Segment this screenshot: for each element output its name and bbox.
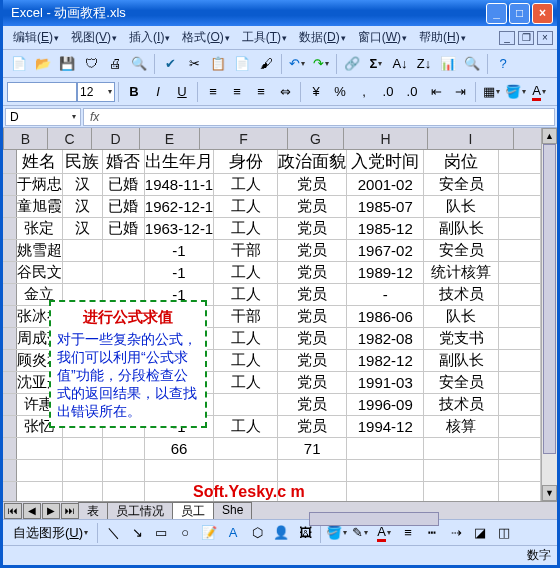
font-color-icon[interactable]: A▾: [528, 81, 550, 103]
redo-icon[interactable]: ↷▾: [310, 53, 332, 75]
cell[interactable]: 工人: [214, 416, 278, 438]
column-header[interactable]: I: [428, 128, 514, 149]
cell[interactable]: [498, 240, 540, 262]
paste-icon[interactable]: 📄: [231, 53, 253, 75]
close-button[interactable]: ×: [532, 3, 553, 24]
row-header[interactable]: [3, 394, 16, 416]
copy-icon[interactable]: 📋: [207, 53, 229, 75]
cell[interactable]: 谷民文: [16, 262, 62, 284]
textbox-icon[interactable]: 📝: [198, 522, 220, 544]
menu-help[interactable]: 帮助(H)▾: [413, 27, 472, 48]
sheet-tab[interactable]: 员工: [172, 502, 214, 520]
cell[interactable]: 统计核算: [424, 262, 499, 284]
sheet-tab[interactable]: 表: [78, 502, 108, 520]
cell[interactable]: 工人: [214, 372, 278, 394]
cell[interactable]: 工人: [214, 174, 278, 196]
fx-icon[interactable]: fx: [84, 110, 105, 124]
border-icon[interactable]: ▦▾: [480, 81, 502, 103]
cell[interactable]: [498, 482, 540, 502]
cell[interactable]: [424, 438, 499, 460]
cell[interactable]: [498, 174, 540, 196]
italic-icon[interactable]: I: [147, 81, 169, 103]
oval-icon[interactable]: ○: [174, 522, 196, 544]
cell[interactable]: 工人: [214, 328, 278, 350]
column-header[interactable]: B: [4, 128, 48, 149]
cell[interactable]: -1: [144, 262, 213, 284]
cell[interactable]: 党员: [278, 394, 347, 416]
currency-icon[interactable]: ¥: [305, 81, 327, 103]
cell[interactable]: [498, 416, 540, 438]
cell[interactable]: [102, 240, 144, 262]
cell[interactable]: 党员: [278, 306, 347, 328]
cell[interactable]: 汉: [62, 174, 102, 196]
cell[interactable]: 已婚: [102, 174, 144, 196]
column-header[interactable]: F: [200, 128, 288, 149]
sort-desc-icon[interactable]: Z↓: [413, 53, 435, 75]
font-size-combo[interactable]: 12▾: [77, 82, 115, 102]
cell[interactable]: [498, 284, 540, 306]
chart-icon[interactable]: 📊: [437, 53, 459, 75]
fill-color-icon[interactable]: 🪣▾: [504, 81, 526, 103]
cell[interactable]: 已婚: [102, 196, 144, 218]
menu-tools[interactable]: 工具(T)▾: [236, 27, 293, 48]
scroll-down-icon[interactable]: ▼: [542, 485, 557, 501]
column-header[interactable]: H: [344, 128, 428, 149]
merge-icon[interactable]: ⇔: [274, 81, 296, 103]
cell[interactable]: [498, 150, 540, 174]
cell[interactable]: 安全员: [424, 372, 499, 394]
increase-decimal-icon[interactable]: .0: [377, 81, 399, 103]
column-header[interactable]: E: [140, 128, 200, 149]
cell[interactable]: [498, 372, 540, 394]
preview-icon[interactable]: 🔍: [128, 53, 150, 75]
cell[interactable]: [498, 218, 540, 240]
menu-format[interactable]: 格式(O)▾: [176, 27, 235, 48]
row-header[interactable]: [3, 416, 16, 438]
cut-icon[interactable]: ✂: [183, 53, 205, 75]
cell[interactable]: 党员: [278, 196, 347, 218]
cell[interactable]: [62, 460, 102, 482]
cell[interactable]: [16, 460, 62, 482]
cell[interactable]: 汉: [62, 196, 102, 218]
row-header[interactable]: [3, 218, 16, 240]
cell[interactable]: 1982-12: [347, 350, 424, 372]
arrow-icon[interactable]: ↘: [126, 522, 148, 544]
maximize-button[interactable]: □: [509, 3, 530, 24]
cell[interactable]: [16, 438, 62, 460]
cell[interactable]: 工人: [214, 284, 278, 306]
header-cell[interactable]: 婚否: [102, 150, 144, 174]
cell[interactable]: [347, 460, 424, 482]
open-icon[interactable]: 📂: [32, 53, 54, 75]
cell[interactable]: 干部: [214, 240, 278, 262]
last-sheet-button[interactable]: ⏭: [61, 503, 79, 519]
cell[interactable]: 党员: [278, 372, 347, 394]
cell[interactable]: [278, 460, 347, 482]
cell[interactable]: 党员: [278, 350, 347, 372]
cell[interactable]: 66: [144, 438, 213, 460]
vertical-scrollbar[interactable]: ▲ ▼: [541, 128, 557, 501]
row-header[interactable]: [3, 372, 16, 394]
cell[interactable]: [102, 262, 144, 284]
cell[interactable]: [424, 482, 499, 502]
column-header[interactable]: D: [92, 128, 140, 149]
header-cell[interactable]: 民族: [62, 150, 102, 174]
row-header[interactable]: [3, 438, 16, 460]
cell[interactable]: [214, 438, 278, 460]
cell[interactable]: 副队长: [424, 350, 499, 372]
sheet-tab[interactable]: She: [213, 502, 252, 520]
wordart-icon[interactable]: A: [222, 522, 244, 544]
cell[interactable]: [498, 262, 540, 284]
format-painter-icon[interactable]: 🖌: [255, 53, 277, 75]
header-cell[interactable]: 身份: [214, 150, 278, 174]
autoshape-menu[interactable]: 自选图形(U)▾: [8, 522, 93, 544]
cell[interactable]: [498, 328, 540, 350]
undo-icon[interactable]: ↶▾: [286, 53, 308, 75]
cell[interactable]: -: [347, 284, 424, 306]
mdi-restore-button[interactable]: ❐: [518, 31, 534, 45]
cell[interactable]: 党支书: [424, 328, 499, 350]
cell[interactable]: 党员: [278, 174, 347, 196]
cell[interactable]: 1985-12: [347, 218, 424, 240]
increase-indent-icon[interactable]: ⇥: [449, 81, 471, 103]
header-cell[interactable]: 政治面貌: [278, 150, 347, 174]
row-header[interactable]: [3, 460, 16, 482]
cell[interactable]: 工人: [214, 262, 278, 284]
